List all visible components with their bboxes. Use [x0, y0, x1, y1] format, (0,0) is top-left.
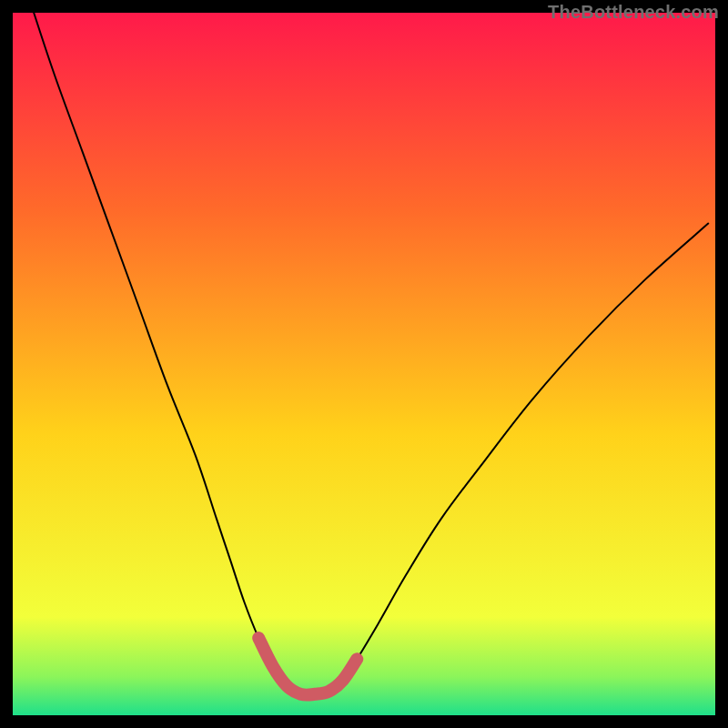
- plot-svg: [13, 13, 715, 715]
- chart-frame: TheBottleneck.com: [0, 0, 728, 728]
- plot-area: [13, 13, 715, 715]
- gradient-background: [13, 13, 715, 715]
